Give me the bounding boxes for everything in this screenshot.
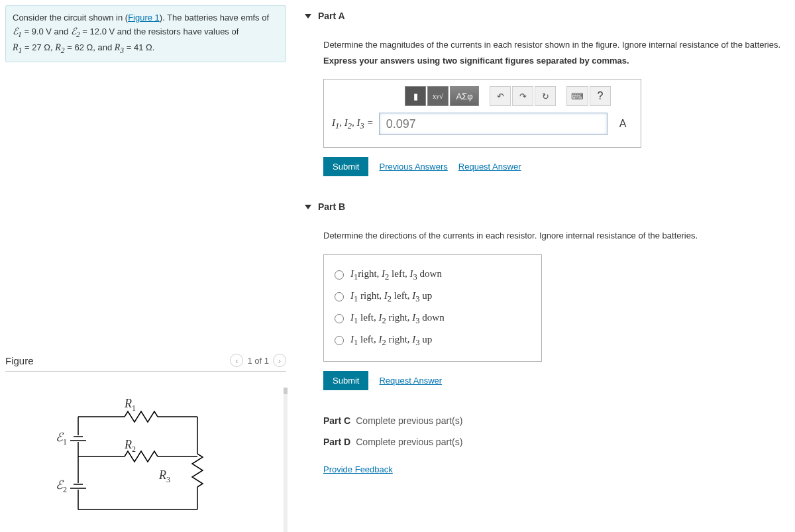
- part-d: Part DComplete previous part(s): [305, 431, 790, 452]
- problem-statement: Consider the circuit shown in (Figure 1)…: [5, 5, 286, 62]
- answer-box-a: ▮ xy√ ΑΣφ ↶ ↷ ↻ ⌨ ? I1, I2, I3 =: [323, 79, 641, 148]
- figure-scrollbar[interactable]: [284, 388, 288, 532]
- tool-reset[interactable]: ↻: [535, 86, 556, 106]
- choice-3[interactable]: I1 left, I2 right, I3 down: [335, 308, 531, 330]
- choices-box: I1right, I2 left, I3 down I1 right, I2 l…: [323, 254, 542, 362]
- part-b-request-answer[interactable]: Request Answer: [379, 376, 442, 386]
- part-a-instr1: Determine the magnitudes of the currents…: [323, 38, 790, 52]
- answer-unit: A: [613, 113, 633, 135]
- collapse-icon: [305, 14, 311, 19]
- choice-4-radio[interactable]: [335, 336, 344, 345]
- collapse-icon: [305, 205, 311, 209]
- choice-1-radio[interactable]: [335, 270, 344, 280]
- answer-label: I1, I2, I3 =: [332, 117, 374, 131]
- part-b-title: Part B: [318, 201, 345, 212]
- choice-4[interactable]: I1 left, I2 right, I3 up: [335, 330, 531, 352]
- choice-1[interactable]: I1right, I2 left, I3 down: [335, 264, 531, 286]
- pager-prev[interactable]: ‹: [230, 354, 243, 367]
- tool-help[interactable]: ?: [590, 86, 611, 106]
- figure-title: Figure: [5, 355, 34, 366]
- choice-3-radio[interactable]: [335, 314, 344, 323]
- tool-undo[interactable]: ↶: [490, 86, 511, 106]
- part-a-header[interactable]: Part A: [305, 5, 790, 27]
- part-b-header[interactable]: Part B: [305, 196, 790, 217]
- tool-keyboard[interactable]: ⌨: [566, 86, 588, 106]
- tool-greek[interactable]: ΑΣφ: [450, 86, 479, 106]
- figure-canvas: R1 R2 R3 ℰ1 ℰ2: [5, 390, 286, 532]
- part-a-submit[interactable]: Submit: [323, 157, 368, 176]
- part-c: Part CComplete previous part(s): [305, 410, 790, 431]
- part-a-instr2: Express your answers using two significa…: [323, 54, 790, 68]
- part-b-instr: Determine the directions of the currents…: [323, 229, 790, 242]
- answer-input[interactable]: [379, 113, 608, 135]
- pager-next[interactable]: ›: [273, 354, 286, 367]
- provide-feedback[interactable]: Provide Feedback: [323, 464, 393, 474]
- choice-2[interactable]: I1 right, I2 left, I3 up: [335, 286, 531, 308]
- pager-text: 1 of 1: [247, 356, 269, 366]
- tool-template[interactable]: xy√: [427, 86, 449, 106]
- part-a-title: Part A: [318, 11, 345, 21]
- tool-redo[interactable]: ↷: [512, 86, 533, 106]
- tool-menu[interactable]: ▮: [405, 86, 426, 106]
- part-b-submit[interactable]: Submit: [323, 371, 368, 390]
- figure-link[interactable]: Figure 1: [128, 13, 160, 23]
- choice-2-radio[interactable]: [335, 292, 344, 301]
- part-a-request-answer[interactable]: Request Answer: [458, 162, 521, 172]
- figure-pager: ‹ 1 of 1 ›: [230, 354, 286, 367]
- part-a-prev-answers[interactable]: Previous Answers: [379, 162, 447, 172]
